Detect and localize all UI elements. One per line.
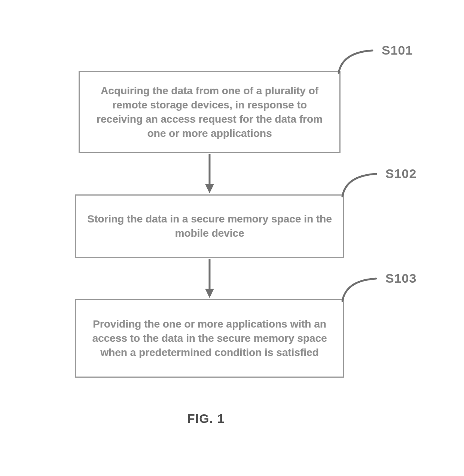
step-text-2: Storing the data in a secure memory spac… — [87, 212, 332, 240]
label-connector-2 — [333, 168, 385, 198]
step-box-1: Acquiring the data from one of a plurali… — [79, 71, 341, 153]
label-connector-1 — [329, 45, 382, 75]
figure-caption: FIG. 1 — [187, 411, 225, 426]
flowchart-canvas: Acquiring the data from one of a plurali… — [0, 0, 464, 476]
step-label-2: S102 — [385, 166, 416, 181]
step-text-3: Providing the one or more applications w… — [87, 317, 332, 359]
step-text-1: Acquiring the data from one of a plurali… — [91, 84, 328, 140]
svg-marker-1 — [205, 184, 214, 193]
step-box-2: Storing the data in a secure memory spac… — [75, 194, 344, 258]
label-connector-3 — [333, 273, 385, 303]
arrow-1-to-2 — [202, 154, 217, 195]
arrow-2-to-3 — [202, 259, 217, 300]
step-label-3: S103 — [385, 271, 416, 286]
svg-marker-3 — [205, 289, 214, 298]
step-label-1: S101 — [382, 43, 413, 58]
step-box-3: Providing the one or more applications w… — [75, 299, 344, 378]
